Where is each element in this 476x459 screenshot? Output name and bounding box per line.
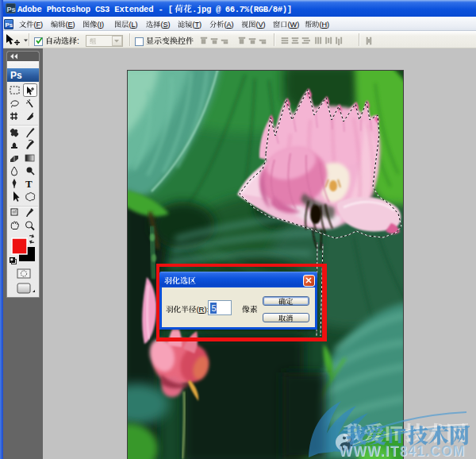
svg-text:.jpg @ 66.7%(RGB/8#)]: .jpg @ 66.7%(RGB/8#)] — [192, 5, 292, 14]
svg-text:(F): (F) — [33, 21, 43, 29]
svg-text:(W): (W) — [287, 21, 299, 29]
svg-text::: : — [77, 37, 79, 45]
svg-text:(I): (I) — [97, 21, 104, 29]
svg-text:(H): (H) — [319, 21, 329, 29]
svg-text:(R):: (R): — [196, 305, 209, 314]
svg-text:(S): (S) — [160, 21, 170, 29]
svg-text:(L): (L) — [129, 21, 137, 29]
svg-text:(T): (T) — [192, 21, 202, 29]
svg-text:Adobe Photoshop CS3 Extended -: Adobe Photoshop CS3 Extended - [ — [17, 5, 173, 14]
svg-text:Ps: Ps — [7, 6, 16, 14]
svg-text:5: 5 — [212, 303, 217, 313]
svg-text:WWW.IT841.COM: WWW.IT841.COM — [339, 443, 466, 459]
svg-text:(V): (V) — [255, 21, 265, 29]
svg-text:T: T — [25, 178, 33, 190]
svg-text:(E): (E) — [65, 21, 75, 29]
svg-text:Ps: Ps — [6, 21, 13, 29]
svg-text:(A): (A) — [224, 21, 233, 29]
